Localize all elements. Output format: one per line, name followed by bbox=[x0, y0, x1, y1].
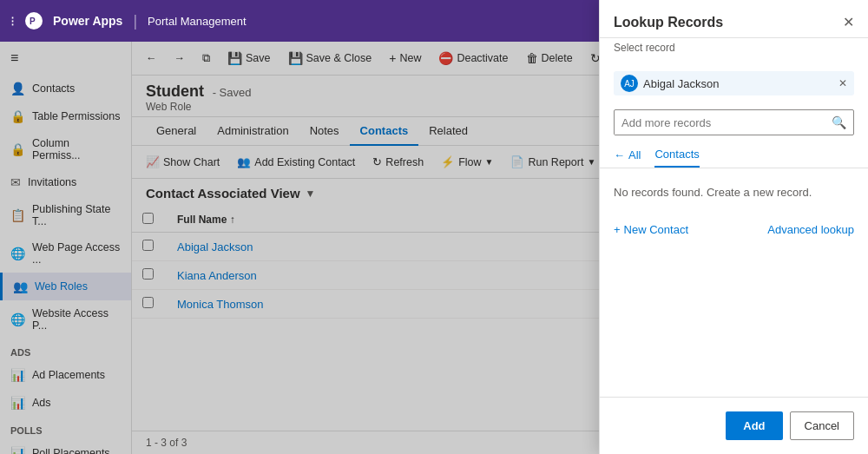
grid-icon[interactable]: ⁝ bbox=[10, 13, 15, 30]
close-icon: ✕ bbox=[843, 15, 854, 30]
lookup-close-button[interactable]: ✕ bbox=[843, 14, 854, 30]
lookup-title: Lookup Records bbox=[614, 15, 723, 30]
lookup-subtitle: Select record bbox=[600, 38, 868, 64]
app-name: Power Apps bbox=[53, 14, 122, 28]
back-arrow-icon: ← bbox=[614, 148, 625, 161]
chip-avatar-initials: AJ bbox=[624, 79, 635, 89]
power-apps-logo: P bbox=[25, 12, 43, 30]
new-contact-plus-icon: + bbox=[614, 223, 621, 236]
lookup-add-button[interactable]: Add bbox=[726, 411, 782, 440]
lookup-search-area: 🔍 bbox=[614, 109, 854, 135]
lookup-selected-chip: AJ Abigal Jackson ✕ bbox=[614, 71, 854, 95]
lookup-nav-contacts[interactable]: Contacts bbox=[654, 142, 699, 168]
portal-name: Portal Management bbox=[148, 15, 246, 28]
lookup-search-input[interactable] bbox=[615, 111, 825, 135]
lookup-no-records-message: No records found. Create a new record. bbox=[600, 168, 868, 216]
svg-text:P: P bbox=[30, 16, 36, 26]
lookup-cancel-button[interactable]: Cancel bbox=[790, 411, 854, 440]
all-label: All bbox=[628, 148, 641, 161]
new-contact-button[interactable]: + New Contact bbox=[614, 223, 688, 236]
chip-avatar: AJ bbox=[621, 75, 638, 92]
lookup-footer: Add Cancel bbox=[600, 397, 868, 454]
advanced-lookup-button[interactable]: Advanced lookup bbox=[767, 223, 854, 236]
lookup-actions: + New Contact Advanced lookup bbox=[600, 216, 868, 243]
search-icon: 🔍 bbox=[832, 115, 846, 129]
topbar-divider: | bbox=[133, 12, 137, 30]
lookup-panel: Lookup Records ✕ Select record AJ Abigal… bbox=[599, 0, 868, 454]
lookup-header: Lookup Records ✕ bbox=[600, 0, 868, 38]
chip-name: Abigal Jackson bbox=[643, 77, 719, 90]
lookup-nav: ← All Contacts bbox=[600, 142, 868, 168]
lookup-nav-back[interactable]: ← All bbox=[614, 142, 641, 168]
lookup-search-button[interactable]: 🔍 bbox=[825, 110, 853, 135]
chip-remove-button[interactable]: ✕ bbox=[838, 77, 847, 89]
